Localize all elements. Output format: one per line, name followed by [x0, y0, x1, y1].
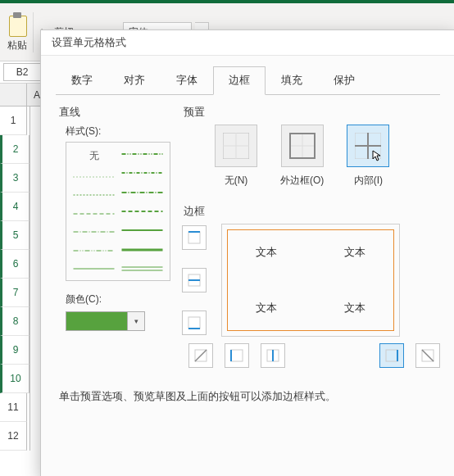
svg-rect-27 [188, 317, 200, 329]
style-thin[interactable] [73, 264, 115, 274]
style-medium-dashdotdot[interactable] [121, 149, 163, 159]
border-diag-down-icon [420, 348, 435, 363]
preset-outline[interactable]: 外边框(O) [280, 125, 324, 188]
dialog-tabs: 数字对齐字体边框填充保护 [56, 66, 440, 95]
row-header[interactable]: 1 [0, 107, 27, 135]
row-header[interactable]: 10 [0, 365, 30, 393]
border-right-icon [384, 348, 399, 363]
border-vmiddle-icon [266, 348, 280, 363]
paste-label: 粘贴 [7, 39, 27, 52]
preset-none-icon [223, 133, 249, 159]
row-header[interactable]: 11 [0, 393, 27, 422]
svg-rect-35 [386, 350, 397, 361]
border-hmiddle-button[interactable] [182, 268, 207, 292]
preset-outline-label: 外边框(O) [280, 174, 324, 188]
row-header[interactable]: 5 [0, 221, 30, 250]
chevron-down-icon[interactable]: ▾ [128, 311, 145, 331]
clipboard-icon [7, 12, 28, 37]
svg-line-30 [195, 350, 207, 361]
tab-1[interactable]: 对齐 [108, 66, 161, 95]
preset-inside-label: 内部(I) [354, 174, 383, 188]
style-dotted-1[interactable] [73, 172, 115, 182]
color-swatch [66, 311, 128, 331]
svg-line-38 [422, 350, 434, 361]
border-diag-up-button[interactable] [188, 343, 213, 368]
svg-rect-31 [231, 350, 243, 361]
border-top-icon [187, 230, 202, 245]
paste-button[interactable]: 粘贴 [7, 12, 34, 52]
border-vmiddle-button[interactable] [261, 343, 285, 368]
select-all-corner[interactable] [0, 84, 27, 107]
border-hmiddle-icon [187, 273, 202, 288]
style-dotted-2[interactable] [73, 190, 115, 200]
line-style-list[interactable]: 无 [66, 142, 170, 281]
border-left-button[interactable] [225, 343, 249, 368]
row-header[interactable]: 9 [0, 336, 30, 365]
dialog-title: 设置单元格格式 [41, 30, 454, 56]
preset-none-label: 无(N) [225, 174, 248, 188]
format-cells-dialog: 设置单元格格式 数字对齐字体边框填充保护 直线 样式(S): 无 [40, 29, 454, 476]
style-dashdotdot[interactable] [73, 246, 115, 256]
style-slantdashdot[interactable] [121, 168, 163, 178]
border-preview[interactable]: 文本 文本 文本 文本 [221, 224, 400, 337]
tab-3[interactable]: 边框 [213, 66, 266, 95]
style-thick[interactable] [121, 245, 163, 255]
color-label: 颜色(C): [66, 292, 170, 306]
preset-inside[interactable]: 内部(I) [347, 125, 389, 188]
preview-outline [227, 229, 394, 331]
border-top-button[interactable] [182, 225, 207, 250]
border-bottom-button[interactable] [182, 311, 207, 335]
border-right-button[interactable] [379, 343, 404, 368]
row-header[interactable]: 8 [0, 307, 30, 336]
style-label: 样式(S): [66, 125, 170, 138]
row-header[interactable]: 6 [0, 250, 30, 279]
tab-4[interactable]: 填充 [266, 66, 318, 95]
border-section-title: 边框 [180, 204, 440, 219]
style-medium-dashdot[interactable] [121, 188, 163, 197]
tab-0[interactable]: 数字 [56, 66, 108, 95]
row-header[interactable]: 7 [0, 279, 30, 307]
border-diag-up-icon [193, 348, 208, 363]
row-header[interactable]: 4 [0, 193, 30, 221]
cell-reference[interactable]: B2 [3, 63, 41, 81]
row-header[interactable]: 12 [0, 422, 27, 451]
row-header[interactable]: 3 [0, 164, 30, 193]
border-diag-down-button[interactable] [415, 343, 440, 368]
svg-rect-23 [188, 232, 200, 243]
tab-2[interactable]: 字体 [161, 66, 213, 95]
style-medium[interactable] [121, 225, 163, 235]
style-dashed-1[interactable] [73, 209, 115, 219]
row-headers: 123456789101112 [0, 107, 30, 451]
line-section-title: 直线 [56, 105, 170, 120]
preset-section-title: 预置 [180, 105, 440, 120]
style-double[interactable] [121, 264, 163, 274]
color-picker[interactable]: ▾ [66, 311, 170, 331]
hint-text: 单击预置选项、预览草图及上面的按钮可以添加边框样式。 [56, 389, 440, 404]
row-header[interactable]: 2 [0, 135, 30, 164]
cursor-icon [372, 150, 384, 161]
preset-outline-icon [289, 133, 316, 159]
preset-none[interactable]: 无(N) [215, 125, 257, 188]
tab-5[interactable]: 保护 [318, 66, 370, 95]
style-dashdot[interactable] [73, 227, 115, 237]
border-left-icon [229, 348, 244, 363]
border-bottom-icon [187, 315, 202, 330]
style-none[interactable]: 无 [73, 149, 115, 163]
style-medium-dashed[interactable] [121, 206, 163, 216]
